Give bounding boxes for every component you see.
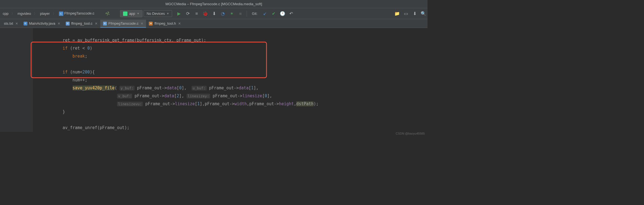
apply-changes-button[interactable]: ⟳ (185, 11, 190, 16)
git-commit-button[interactable]: ✔ (271, 11, 276, 16)
window-titlebar: MGCCMedia – FfmpegTanscode.c [MGCCMedia.… (0, 0, 428, 8)
h-file-icon: H (149, 22, 153, 25)
breadcrumb-item-player[interactable]: player (39, 11, 51, 16)
chevron-right-icon: 〉 (11, 11, 15, 16)
run-button[interactable]: ▶ (176, 11, 181, 16)
adb-button[interactable]: ✶ (229, 11, 234, 16)
chevron-down-icon: ▼ (137, 12, 139, 15)
tab-mainactivity[interactable]: C MainActivity.java✕ (21, 20, 63, 28)
close-icon[interactable]: ✕ (58, 22, 60, 25)
git-label: Git: (252, 12, 257, 16)
param-hint: y_buf: (119, 86, 135, 90)
git-pull-button[interactable]: ↙ (263, 11, 267, 16)
editor-gutter (0, 28, 33, 132)
profile-button[interactable]: ◔ (220, 11, 225, 16)
param-hint: linesizey: (187, 94, 210, 98)
code-editor[interactable]: ret = av_buffersink_get_frame(buffersink… (0, 28, 428, 132)
coverage-button[interactable]: ≡ (194, 11, 199, 16)
close-icon[interactable]: ✕ (15, 22, 18, 25)
undo-button[interactable]: ↶ (289, 11, 294, 16)
highlight-annotation (31, 42, 267, 78)
chevron-right-icon: 〉 (34, 11, 37, 16)
param-hint: linesizevu: (117, 102, 143, 106)
tab-ffmpegtanscode[interactable]: C FfmpegTanscode.c✕ (100, 20, 146, 28)
config-name: app (129, 12, 135, 16)
close-icon[interactable]: ✕ (141, 22, 143, 25)
title-module: MGCCMedia.media_soft (222, 2, 261, 6)
watermark: CSDN @baoyu45585 (396, 132, 425, 135)
run-config-selector[interactable]: app ▼ (120, 10, 143, 17)
c-file-icon: C (66, 22, 70, 25)
close-icon[interactable]: ✕ (178, 22, 181, 25)
search-everywhere-icon[interactable]: 🔍 (421, 11, 426, 16)
android-icon (123, 12, 127, 16)
breadcrumb-item-cpp[interactable]: cpp (2, 11, 10, 16)
close-icon[interactable]: ✕ (95, 22, 98, 25)
git-history-button[interactable]: 🕐 (280, 11, 285, 16)
chevron-right-icon: 〉 (53, 11, 56, 16)
title-project: MGCCMedia (166, 2, 186, 6)
main-toolbar: cpp〉 mgvideo〉 player〉 CFfmpegTanscode.c … (0, 8, 428, 19)
tab-ffmpegtoolh[interactable]: H ffmpeg_tool.h✕ (146, 20, 184, 28)
tab-ffmpegtoolc[interactable]: C ffmpeg_tool.c✕ (63, 20, 100, 28)
param-hint: u_buf: (192, 86, 207, 90)
debug-button[interactable]: 🐞 (203, 11, 208, 16)
chevron-down-icon: ▼ (166, 12, 169, 15)
c-file-icon: C (103, 22, 107, 25)
folder-icon[interactable]: 📁 (395, 11, 400, 16)
tab-ststxt[interactable]: sts.txt✕ (1, 20, 21, 28)
device-label: No Devices (147, 12, 165, 16)
device-selector[interactable]: No Devices ▼ (144, 10, 172, 17)
c-file-icon: C (59, 12, 63, 16)
java-file-icon: C (24, 22, 27, 25)
breadcrumb: cpp〉 mgvideo〉 player〉 CFfmpegTanscode.c (2, 11, 95, 16)
param-hint: v_buf: (117, 94, 132, 98)
title-file: FfmpegTanscode.c (190, 2, 220, 6)
build-icon[interactable]: ⚒ (105, 11, 110, 16)
avd-manager-icon[interactable]: ▭ (403, 11, 408, 16)
breadcrumb-item-mgvideo[interactable]: mgvideo (16, 11, 32, 16)
stop-button[interactable]: ■ (238, 11, 243, 16)
attach-debugger-button[interactable]: ⬇ (212, 11, 216, 16)
sdk-manager-icon[interactable]: ⬇ (412, 11, 417, 16)
breadcrumb-item-file[interactable]: CFfmpegTanscode.c (58, 11, 96, 16)
editor-tabs: sts.txt✕ C MainActivity.java✕ C ffmpeg_t… (0, 19, 428, 28)
